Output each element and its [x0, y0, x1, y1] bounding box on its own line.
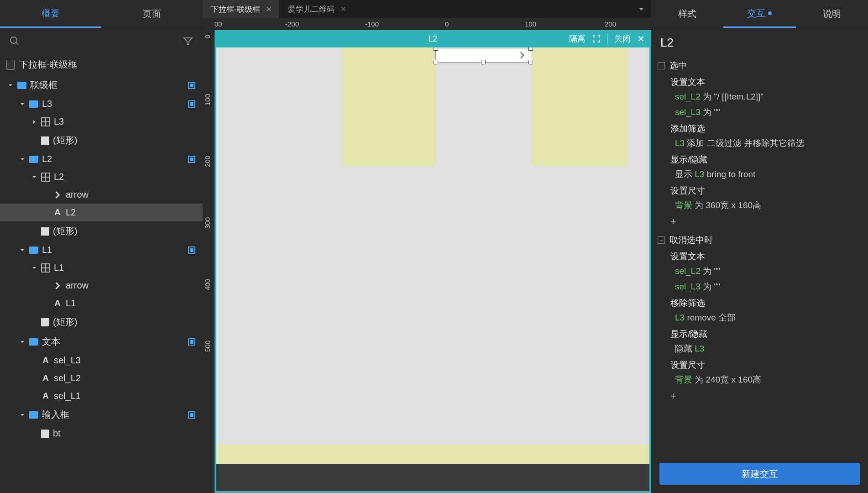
close-icon[interactable]: × [341, 5, 346, 14]
tree-item[interactable]: (矩形) [0, 131, 203, 150]
ix-detail[interactable]: sel_L3 为 "" [658, 280, 862, 295]
caret-spacer [43, 300, 49, 307]
tree-item[interactable]: 输入框 [0, 405, 203, 425]
focus-icon[interactable] [592, 34, 601, 43]
tree-item-label: 文本 [42, 336, 60, 348]
ix-detail[interactable]: sel_L3 为 "" [658, 105, 862, 121]
canvas[interactable]: L2 隔离 关闭 ✕ [214, 30, 651, 493]
tree-item[interactable]: 文本 [0, 332, 203, 351]
ix-event[interactable]: −取消选中时 [658, 231, 862, 249]
tree-item[interactable]: arrow [0, 186, 203, 204]
target-indicator-icon [188, 82, 195, 89]
tab-style[interactable]: 样式 [651, 0, 723, 28]
ix-detail[interactable]: 显示 L3 bring to front [658, 168, 862, 183]
tree-item-label: L1 [42, 245, 52, 255]
ix-detail[interactable]: 背景 为 240宽 x 160高 [658, 373, 862, 388]
panel-bottom [214, 445, 651, 464]
caret-right-icon[interactable] [31, 119, 37, 125]
text-icon: A [53, 208, 62, 217]
rectangle-icon [41, 227, 49, 236]
tree-item-label: (矩形) [53, 316, 77, 328]
caret-down-icon[interactable] [19, 247, 26, 253]
close-icon[interactable]: × [267, 5, 272, 14]
tree-item[interactable]: Asel_L3 [0, 351, 203, 369]
resize-handle[interactable] [434, 60, 438, 64]
right-panel: 样式 交互 说明 L2 −选中设置文本sel_L2 为 "/ [[Item.L2… [651, 0, 868, 493]
caret-spacer [43, 210, 49, 216]
ix-detail[interactable]: sel_L2 为 "/ [[Item.L2]]" [658, 90, 862, 105]
canvas-area: 下拉框-联级框×爱学儿二维码× 00-200-1000100200 010020… [203, 0, 651, 493]
caret-down-icon[interactable] [31, 174, 37, 180]
ix-action[interactable]: 显示/隐藏 [658, 152, 862, 168]
tree-item[interactable]: arrow [0, 277, 203, 294]
caret-down-icon[interactable] [7, 82, 14, 89]
tree-item-label: sel_L3 [54, 355, 81, 366]
close-icon[interactable]: ✕ [637, 33, 645, 44]
tab-interactions[interactable]: 交互 [723, 0, 795, 28]
add-action-button[interactable]: + [658, 214, 862, 231]
left-tabs: 概要 页面 [0, 0, 203, 28]
tree-item-label: L2 [42, 154, 52, 164]
doc-tab[interactable]: 爱学儿二维码× [280, 0, 355, 18]
isolate-button[interactable]: 隔离 [569, 33, 586, 44]
svg-point-0 [10, 37, 17, 43]
target-indicator-icon [188, 411, 195, 419]
tree-item[interactable]: L1 [0, 241, 203, 259]
new-interaction-button[interactable]: 新建交互 [659, 463, 860, 485]
ix-action[interactable]: 设置尺寸 [658, 183, 862, 199]
ix-detail[interactable]: 背景 为 360宽 x 160高 [658, 199, 862, 214]
tabs-dropdown-icon[interactable] [631, 0, 651, 18]
outline-tree: 下拉框-联级框 联级框L3L3(矩形)L2L2arrowAL2(矩形)L1L1a… [0, 54, 203, 493]
caret-down-icon[interactable] [19, 101, 26, 107]
ix-action[interactable]: 设置尺寸 [658, 357, 862, 373]
tree-item[interactable]: L3 [0, 95, 203, 113]
ix-detail[interactable]: L3 添加 二级过滤 并移除其它筛选 [658, 136, 862, 152]
ix-action[interactable]: 设置文本 [658, 249, 862, 264]
tree-item[interactable]: 联级框 [0, 75, 203, 95]
close-isolation-button[interactable]: 关闭 [614, 33, 631, 44]
add-action-button[interactable]: + [658, 388, 862, 406]
tree-item[interactable]: AL1 [0, 294, 203, 312]
tree-item-label: L3 [54, 116, 64, 127]
tree-item[interactable]: (矩形) [0, 312, 203, 332]
ruler-tick: 300 [204, 217, 211, 229]
selection-name: L2 [651, 28, 868, 57]
tree-item[interactable]: L1 [0, 259, 203, 277]
filter-icon[interactable] [183, 36, 193, 47]
ix-detail[interactable]: 隐藏 L3 [658, 342, 862, 357]
tree-item[interactable]: Asel_L2 [0, 369, 203, 387]
tab-outline[interactable]: 概要 [0, 0, 101, 28]
ix-action[interactable]: 显示/隐藏 [658, 326, 862, 342]
resize-handle[interactable] [481, 60, 486, 64]
collapse-icon[interactable]: − [658, 236, 665, 244]
ix-action[interactable]: 添加筛选 [658, 121, 862, 136]
caret-down-icon[interactable] [19, 339, 26, 345]
tree-page-title[interactable]: 下拉框-联级框 [0, 54, 203, 75]
ix-detail[interactable]: L3 remove 全部 [658, 311, 862, 326]
ix-event[interactable]: −选中 [658, 57, 862, 74]
tree-item-label: arrow [66, 189, 89, 200]
tree-item[interactable]: (矩形) [0, 221, 203, 241]
selected-widget[interactable] [435, 48, 531, 63]
search-icon[interactable] [9, 36, 20, 47]
tree-item[interactable]: bt [0, 425, 203, 442]
tree-item[interactable]: AL2 [0, 204, 203, 221]
tree-item[interactable]: L3 [0, 113, 203, 131]
tree-item-label: bt [53, 428, 61, 439]
tab-pages[interactable]: 页面 [101, 0, 203, 28]
caret-down-icon[interactable] [31, 265, 37, 271]
tree-item[interactable]: Asel_L1 [0, 387, 203, 405]
ix-action[interactable]: 设置文本 [658, 74, 862, 90]
doc-tab[interactable]: 下拉框-联级框× [203, 0, 280, 18]
tree-item[interactable]: L2 [0, 150, 203, 168]
folder-icon [29, 338, 38, 346]
chevron-right-icon [53, 281, 62, 290]
ix-detail[interactable]: sel_L2 为 "" [658, 264, 862, 280]
tab-notes[interactable]: 说明 [796, 0, 868, 28]
collapse-icon[interactable]: − [658, 62, 665, 69]
tree-item[interactable]: L2 [0, 168, 203, 186]
resize-handle[interactable] [528, 60, 533, 64]
caret-down-icon[interactable] [19, 156, 26, 163]
ix-action[interactable]: 移除筛选 [658, 295, 862, 311]
caret-down-icon[interactable] [19, 412, 26, 418]
